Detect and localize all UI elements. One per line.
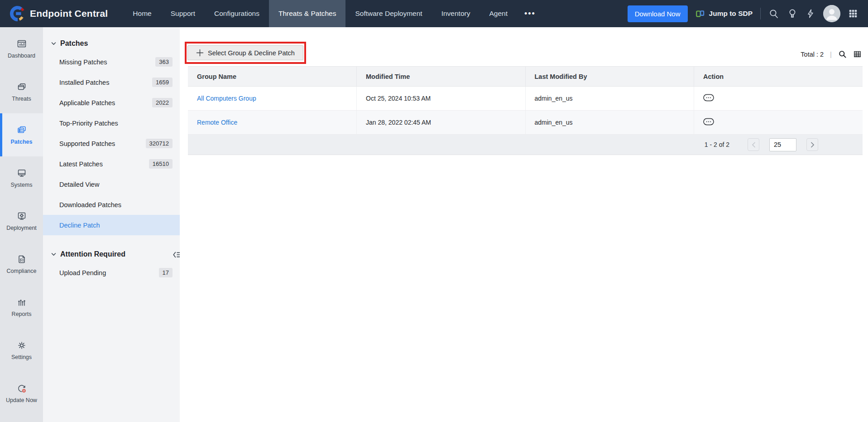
table-header-row: Group Name Modified Time Last Modified B… (188, 67, 863, 87)
column-chooser-icon[interactable] (853, 50, 862, 58)
panel-item-upload-pending[interactable]: Upload Pending 17 (43, 262, 180, 283)
decline-patch-table: Group Name Modified Time Last Modified B… (188, 66, 863, 135)
total-count-label: Total : 2 (801, 51, 824, 58)
panel-item-latest-patches[interactable]: Latest Patches 16510 (43, 154, 180, 174)
panel-item-top-priority-patches[interactable]: Top-Priority Patches (43, 113, 180, 133)
action-toolbar: Select Group & Decline Patch Total : 2 | (187, 45, 862, 60)
chevron-down-icon (51, 42, 56, 45)
section-header-attention-required[interactable]: Attention Required (43, 246, 180, 262)
table-pagination-bar: 1 - 2 of 2 (188, 135, 863, 155)
flash-icon[interactable] (806, 8, 815, 19)
rail-label: Compliance (6, 268, 36, 274)
nav-item-threats-patches[interactable]: Threats & Patches (269, 0, 346, 27)
nav-item-agent[interactable]: Agent (480, 0, 517, 27)
jump-to-sdp[interactable]: Jump to SDP (695, 9, 753, 19)
rail-label: Dashboard (8, 53, 35, 59)
jump-to-sdp-label: Jump to SDP (709, 10, 753, 18)
rail-item-deployment[interactable]: Deployment (0, 199, 43, 243)
rail-item-dashboard[interactable]: Dashboard (0, 27, 43, 70)
panel-item-label: Upload Pending (59, 269, 106, 276)
download-now-button[interactable]: Download Now (628, 5, 688, 22)
meta-separator: | (830, 50, 832, 58)
navbar-right-cluster: Download Now Jump to SDP (628, 0, 868, 27)
panel-item-label: Downloaded Patches (59, 201, 121, 209)
panel-item-missing-patches[interactable]: Missing Patches 363 (43, 52, 180, 72)
panel-item-label: Detailed View (59, 181, 99, 188)
sdp-logo-icon (695, 9, 705, 19)
rail-item-patches[interactable]: Patches (0, 113, 43, 156)
endpoint-central-logo-icon (10, 6, 25, 21)
section-header-patches[interactable]: Patches (43, 35, 180, 52)
rail-label: Reports (12, 311, 32, 317)
panel-item-label: Applicable Patches (59, 99, 115, 107)
table-meta-cluster: Total : 2 | (801, 47, 862, 58)
panel-item-decline-patch[interactable]: Decline Patch (43, 215, 180, 235)
panel-item-applicable-patches[interactable]: Applicable Patches 2022 (43, 92, 180, 113)
group-link[interactable]: All Computers Group (197, 95, 256, 102)
rail-item-update-now[interactable]: Update Now (0, 372, 43, 415)
rail-item-compliance[interactable]: Compliance (0, 243, 43, 286)
section-title-label: Attention Required (60, 250, 125, 258)
module-rail: Dashboard Threats (0, 27, 43, 422)
select-button-label: Select Group & Decline Patch (208, 49, 295, 57)
count-badge: 363 (155, 57, 173, 67)
panel-item-installed-patches[interactable]: Installed Patches 1659 (43, 72, 180, 92)
search-icon[interactable] (768, 8, 779, 19)
nav-more-menu[interactable]: ••• (517, 0, 543, 27)
announcements-icon[interactable] (787, 8, 798, 19)
rail-label: Update Now (6, 397, 37, 403)
patches-icon (16, 125, 27, 136)
update-now-icon (16, 383, 27, 394)
panel-item-detailed-view[interactable]: Detailed View (43, 174, 180, 194)
rail-item-reports[interactable]: Reports (0, 286, 43, 329)
rail-label: Settings (11, 354, 32, 360)
column-header-modified-time[interactable]: Modified Time (357, 67, 526, 87)
pagination-next-icon[interactable] (806, 138, 818, 151)
page-size-input[interactable] (769, 138, 796, 151)
pagination-prev-icon[interactable] (748, 138, 759, 151)
nav-item-inventory[interactable]: Inventory (432, 0, 480, 27)
row-actions-ellipsis-icon[interactable] (703, 118, 714, 126)
last-modified-by-cell: admin_en_us (525, 87, 694, 111)
rail-item-threats[interactable]: Threats (0, 70, 43, 113)
row-actions-ellipsis-icon[interactable] (703, 94, 714, 102)
count-badge: 16510 (149, 159, 173, 169)
group-link[interactable]: Remote Office (197, 119, 237, 126)
column-header-action[interactable]: Action (694, 67, 863, 87)
count-badge: 320712 (146, 139, 173, 148)
deployment-icon (16, 211, 27, 222)
user-avatar[interactable] (823, 5, 840, 22)
plus-icon (196, 49, 204, 57)
rail-item-settings[interactable]: Settings (0, 329, 43, 372)
rail-label: Systems (11, 182, 33, 188)
panel-item-supported-patches[interactable]: Supported Patches 320712 (43, 133, 180, 154)
nav-item-support[interactable]: Support (161, 0, 205, 27)
panel-item-label: Top-Priority Patches (59, 120, 118, 127)
brand-title: Endpoint Central (30, 8, 108, 19)
column-header-group-name[interactable]: Group Name (188, 67, 357, 87)
brand[interactable]: Endpoint Central (0, 0, 123, 27)
primary-nav: Home Support Configurations Threats & Pa… (123, 0, 543, 27)
threats-icon (16, 82, 27, 92)
column-header-last-modified-by[interactable]: Last Modified By (525, 67, 694, 87)
apps-grid-icon[interactable] (848, 9, 858, 19)
panel-item-downloaded-patches[interactable]: Downloaded Patches (43, 194, 180, 215)
panel-item-label: Supported Patches (59, 140, 115, 147)
nav-item-configurations[interactable]: Configurations (205, 0, 269, 27)
decline-patch-content: Select Group & Decline Patch Total : 2 | (180, 27, 868, 422)
panel-item-label: Decline Patch (59, 222, 100, 229)
rail-label: Patches (11, 139, 33, 145)
rail-label: Threats (12, 96, 31, 102)
reports-icon (16, 297, 27, 308)
rail-item-systems[interactable]: Systems (0, 156, 43, 199)
nav-item-home[interactable]: Home (123, 0, 161, 27)
last-modified-by-cell: admin_en_us (525, 111, 694, 135)
select-group-decline-patch-button[interactable]: Select Group & Decline Patch (187, 45, 303, 60)
table-search-icon[interactable] (838, 50, 847, 58)
nav-item-software-deployment[interactable]: Software Deployment (345, 0, 432, 27)
count-badge: 1659 (152, 78, 173, 87)
top-navbar: Endpoint Central Home Support Configurat… (0, 0, 868, 27)
navbar-divider (760, 8, 761, 19)
table-row: Remote Office Jan 28, 2022 02:45 AM admi… (188, 111, 863, 135)
count-badge: 2022 (152, 98, 173, 107)
